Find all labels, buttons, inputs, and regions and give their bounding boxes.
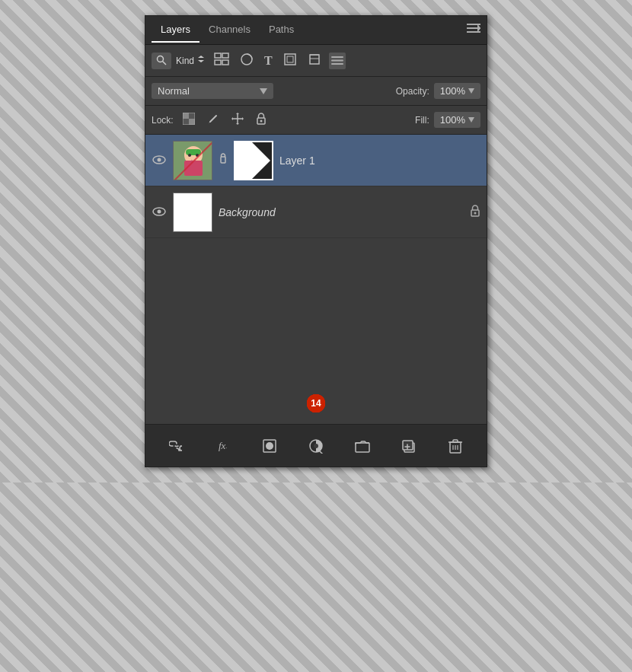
lock-row: Lock: (145, 106, 487, 135)
filter-adjustment-icon[interactable] (237, 51, 257, 71)
layer-item[interactable]: Layer 1 (145, 135, 487, 186)
fill-input[interactable]: 100% (434, 112, 480, 128)
layer-mask-thumbnail (234, 141, 273, 180)
svg-rect-10 (215, 60, 221, 65)
svg-rect-48 (221, 157, 225, 163)
filter-pixel-icon[interactable] (211, 51, 232, 71)
lock-label: Lock: (152, 115, 174, 126)
svg-marker-38 (468, 117, 474, 123)
svg-marker-34 (231, 117, 233, 120)
lock-image-icon[interactable] (204, 111, 222, 129)
svg-marker-22 (468, 88, 474, 94)
kind-select[interactable]: Kind (176, 55, 206, 67)
opacity-arrow (468, 88, 474, 94)
filter-shape-icon[interactable] (280, 51, 300, 71)
svg-marker-35 (242, 117, 244, 120)
svg-line-5 (163, 61, 167, 65)
svg-rect-15 (310, 55, 319, 64)
blend-mode-select[interactable]: Normal (152, 83, 273, 99)
layer-lock-icon (470, 205, 480, 219)
svg-point-50 (158, 209, 161, 213)
svg-point-37 (260, 120, 262, 123)
svg-point-40 (158, 158, 161, 161)
layer-name: Background (219, 206, 464, 218)
svg-rect-2 (467, 31, 480, 33)
svg-marker-33 (236, 123, 239, 125)
lock-position-icon[interactable] (228, 111, 247, 129)
svg-rect-65 (453, 440, 458, 442)
svg-rect-18 (331, 56, 343, 58)
lock-all-icon[interactable] (253, 111, 270, 129)
tab-channels[interactable]: Channels (199, 18, 260, 43)
create-adjustment-layer-button[interactable] (304, 434, 328, 458)
opacity-label: Opacity: (396, 86, 429, 97)
layer-name: Layer 1 (279, 154, 480, 167)
svg-line-57 (320, 451, 323, 454)
opacity-num: 100% (440, 85, 465, 97)
svg-rect-11 (222, 60, 228, 65)
fill-num: 100% (440, 114, 465, 126)
svg-rect-14 (287, 56, 293, 62)
link-layers-button[interactable] (164, 434, 189, 458)
layer-link-icon[interactable] (219, 153, 228, 167)
svg-marker-32 (236, 113, 239, 114)
svg-marker-6 (198, 56, 204, 58)
panel-options-icon[interactable] (329, 53, 346, 69)
svg-rect-25 (189, 113, 195, 119)
add-layer-style-button[interactable]: fx . (211, 434, 235, 458)
svg-rect-58 (356, 443, 369, 452)
blend-mode-arrow (260, 88, 267, 94)
layer-item[interactable]: Background (145, 186, 487, 238)
fill-group: Fill: 100% (415, 112, 480, 128)
svg-point-45 (188, 154, 191, 157)
kind-arrow (196, 55, 206, 67)
visibility-icon[interactable] (152, 154, 167, 167)
panel-menu-icon[interactable] (467, 24, 480, 37)
filter-smart-icon[interactable] (305, 51, 324, 71)
svg-rect-9 (222, 53, 228, 58)
fx-label: fx (219, 440, 225, 452)
bottom-toolbar: 8 9 10 11 12 13 14 fx . (145, 424, 487, 467)
svg-marker-21 (260, 88, 267, 94)
svg-rect-26 (183, 119, 189, 125)
filter-type-icon[interactable]: T (261, 53, 276, 69)
lock-transparent-icon[interactable] (180, 111, 198, 129)
opacity-input[interactable]: 100% (434, 83, 480, 99)
svg-rect-0 (467, 24, 480, 25)
visibility-icon[interactable] (152, 205, 167, 219)
layer-image-thumbnail (173, 193, 212, 232)
blend-mode-row: Normal Opacity: 100% (145, 77, 487, 106)
svg-rect-24 (189, 119, 195, 125)
svg-rect-23 (183, 113, 189, 119)
tab-layers[interactable]: Layers (152, 18, 199, 43)
blend-mode-label: Normal (158, 85, 255, 97)
layer-image-thumbnail (173, 141, 212, 180)
add-layer-mask-button[interactable] (257, 434, 282, 458)
svg-rect-8 (215, 53, 221, 58)
search-icon (156, 55, 167, 67)
search-filter-box (152, 53, 171, 69)
svg-point-4 (158, 56, 164, 62)
tab-paths[interactable]: Paths (260, 18, 303, 43)
layers-panel: Layers Channels Paths Kind (145, 15, 487, 467)
fill-arrow (468, 117, 474, 123)
svg-rect-19 (331, 59, 343, 61)
svg-rect-44 (186, 149, 201, 155)
layers-list: Layer 1 Background (145, 135, 487, 424)
svg-rect-13 (285, 54, 295, 65)
kind-label: Kind (176, 56, 194, 66)
tab-bar: Layers Channels Paths (145, 16, 487, 45)
svg-point-54 (266, 442, 273, 450)
create-new-layer-button[interactable] (397, 434, 421, 458)
svg-rect-20 (331, 63, 343, 65)
svg-marker-7 (198, 60, 204, 62)
fill-label: Fill: (415, 115, 429, 126)
filter-toolbar: Kind T (145, 45, 487, 77)
delete-layer-button[interactable] (443, 434, 468, 458)
svg-point-52 (474, 212, 477, 215)
create-group-button[interactable] (350, 434, 375, 458)
svg-point-56 (314, 444, 318, 448)
opacity-group: Opacity: 100% (396, 83, 480, 99)
